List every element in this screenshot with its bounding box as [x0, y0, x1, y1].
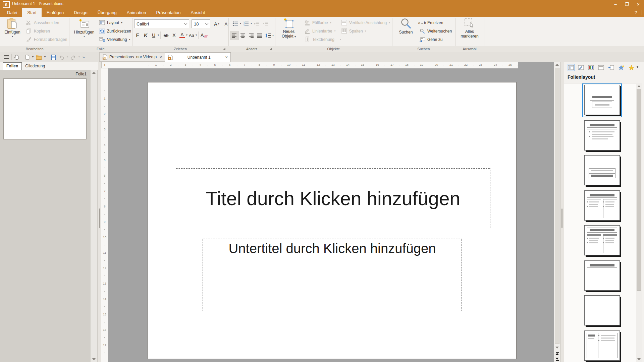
- canvas-scroll-up-icon[interactable]: [554, 62, 560, 67]
- scroll-down-arrow-icon[interactable]: [91, 356, 97, 362]
- tab-close-icon[interactable]: ×: [225, 55, 228, 60]
- menu-item-datei[interactable]: Datei: [2, 8, 22, 17]
- menu-item-einfügen[interactable]: Einfügen: [42, 8, 69, 17]
- minimize-button[interactable]: –: [610, 0, 621, 8]
- canvas-scrollbar-thumb[interactable]: [555, 68, 559, 344]
- menu-item-design[interactable]: Design: [69, 8, 92, 17]
- layout-scrollbar-thumb[interactable]: [637, 89, 641, 291]
- text-rotation-button[interactable]: Textdrehung ▾: [303, 35, 342, 44]
- underline-dropdown-arrow[interactable]: ▾: [158, 34, 159, 37]
- undo-dropdown-arrow[interactable]: ▾: [67, 56, 68, 58]
- paste-dropdown-arrow[interactable]: ▾: [12, 35, 13, 38]
- columns-button[interactable]: Spalten ▾: [339, 27, 391, 35]
- decrease-indent-button[interactable]: [253, 19, 261, 28]
- add-slide-dropdown-arrow[interactable]: ▾: [84, 35, 85, 38]
- italic-button[interactable]: K: [142, 31, 150, 40]
- manage-slides-dropdown-arrow[interactable]: ▾: [129, 38, 130, 41]
- collapse-ribbon-button[interactable]: [642, 10, 642, 15]
- save-icon[interactable]: [51, 53, 56, 61]
- fill-color-button[interactable]: Füllfarbe ▾: [303, 18, 342, 27]
- object-animation-tab-icon[interactable]: [617, 64, 625, 71]
- menu-item-präsentation[interactable]: Präsentation: [151, 8, 186, 17]
- format-painter-button[interactable]: Format übertragen: [24, 35, 68, 44]
- scroll-up-arrow-icon[interactable]: [91, 70, 97, 75]
- grow-font-button[interactable]: A+: [213, 19, 221, 28]
- menu-item-übergang[interactable]: Übergang: [93, 8, 122, 17]
- layout-scroll-down-icon[interactable]: [636, 356, 642, 362]
- align-center-button[interactable]: [239, 31, 247, 40]
- menu-item-start[interactable]: Start: [22, 8, 41, 17]
- new-document-icon[interactable]: [24, 53, 30, 61]
- layout-thumbnail-left-caption-content[interactable]: [584, 330, 620, 361]
- slide-transition-tab-icon[interactable]: [607, 64, 615, 71]
- copy-button[interactable]: Kopieren: [24, 27, 68, 35]
- redo-dropdown-arrow[interactable]: ▾: [78, 56, 80, 58]
- font-size-select[interactable]: 18: [192, 19, 210, 28]
- replace-button[interactable]: a→b Ersetzen: [418, 18, 453, 27]
- layout-list-scrollbar[interactable]: [636, 83, 642, 362]
- absatz-dialog-launcher[interactable]: [269, 48, 272, 50]
- menu-item-ansicht[interactable]: Ansicht: [186, 8, 210, 17]
- layout-thumbnail-two-content[interactable]: [584, 190, 620, 221]
- fill-color-dropdown-arrow[interactable]: ▾: [330, 21, 331, 24]
- layout-thumbnail-two-content-headers[interactable]: [584, 225, 620, 255]
- redo-icon[interactable]: [70, 53, 76, 61]
- clear-formatting-button[interactable]: A: [200, 31, 208, 40]
- tab-stop-selector[interactable]: +: [101, 62, 108, 68]
- select-all-button[interactable]: Alles markieren: [458, 18, 481, 39]
- find-next-button[interactable]: Weitersuchen: [418, 27, 453, 35]
- columns-dropdown-arrow[interactable]: ▾: [365, 30, 366, 33]
- justify-button[interactable]: [256, 31, 264, 40]
- text-rotation-dropdown-arrow[interactable]: ▾: [340, 38, 341, 41]
- slide-canvas[interactable]: Titel durch Klicken hinzufügen Untertite…: [148, 82, 517, 359]
- subscript-button[interactable]: X: [170, 31, 178, 40]
- add-slide-button[interactable]: Hinzufügen ▾: [73, 18, 95, 38]
- color-scheme-tab-icon[interactable]: [587, 64, 595, 71]
- align-right-button[interactable]: [247, 31, 255, 40]
- left-pane-splitter[interactable]: [98, 62, 101, 362]
- sidebar-tab-folien[interactable]: Folien: [3, 62, 22, 70]
- panel-menu-dropdown[interactable]: ▾: [637, 66, 638, 68]
- cut-button[interactable]: Ausschneiden: [24, 18, 68, 27]
- effects-tab-icon[interactable]: [627, 64, 635, 71]
- menu-item-animation[interactable]: Animation: [122, 8, 151, 17]
- layout-thumbnail-blank[interactable]: [584, 295, 620, 325]
- restore-button[interactable]: ❐: [621, 0, 633, 8]
- vertical-alignment-button[interactable]: Vertikale Ausrichtung ▾: [339, 18, 391, 27]
- title-layout-tab-icon[interactable]: [597, 64, 605, 71]
- strikethrough-button[interactable]: ab: [162, 31, 170, 40]
- bullet-list-dropdown-arrow[interactable]: ▾: [240, 22, 241, 25]
- toolbar-overflow-button[interactable]: »: [82, 55, 85, 60]
- line-spacing-dropdown-arrow[interactable]: ▾: [272, 34, 274, 37]
- change-case-dropdown-arrow[interactable]: ▾: [196, 34, 197, 37]
- layout-button[interactable]: Layout ▾: [97, 18, 132, 27]
- reset-slide-button[interactable]: Zurücksetzen: [97, 27, 132, 35]
- numbered-list-button[interactable]: 1 2 3: [242, 19, 250, 28]
- open-dropdown-arrow[interactable]: ▾: [44, 56, 46, 58]
- numbered-list-dropdown-arrow[interactable]: ▾: [251, 22, 252, 25]
- search-button[interactable]: Suchen: [396, 18, 416, 35]
- open-folder-icon[interactable]: [36, 53, 42, 61]
- document-tab[interactable]: SUnbenannt 1×: [165, 52, 231, 62]
- next-slide-button[interactable]: [554, 356, 560, 362]
- undo-icon[interactable]: [59, 53, 64, 61]
- paste-button[interactable]: Einfügen ▾: [3, 18, 21, 38]
- layout-thumbnail-title-content[interactable]: [584, 120, 620, 150]
- canvas-scroll-down-icon[interactable]: [554, 345, 560, 350]
- canvas-scrollbar[interactable]: [554, 62, 560, 362]
- goto-button[interactable]: Gehe zu: [418, 35, 453, 44]
- increase-indent-button[interactable]: [261, 19, 269, 28]
- layout-scroll-up-icon[interactable]: [636, 83, 642, 89]
- subtitle-placeholder[interactable]: Untertitel durch Klicken hinzufügen: [203, 239, 462, 311]
- layout-thumbnail-centered-title[interactable]: [584, 155, 620, 185]
- slide-thumbnail[interactable]: [3, 78, 87, 139]
- vertical-alignment-dropdown-arrow[interactable]: ▾: [389, 21, 390, 24]
- line-spacing-button[interactable]: [264, 31, 272, 40]
- line-color-button[interactable]: Linienfarbe ▾: [303, 27, 342, 35]
- change-case-button[interactable]: Aa: [187, 31, 196, 40]
- hand-tool-icon[interactable]: [14, 53, 19, 61]
- manage-slides-button[interactable]: Verwaltung ▾: [97, 35, 132, 44]
- right-pane-splitter[interactable]: [560, 62, 564, 362]
- sidebar-tab-gliederung[interactable]: Gliederung: [22, 63, 48, 70]
- bullet-list-button[interactable]: [231, 19, 239, 28]
